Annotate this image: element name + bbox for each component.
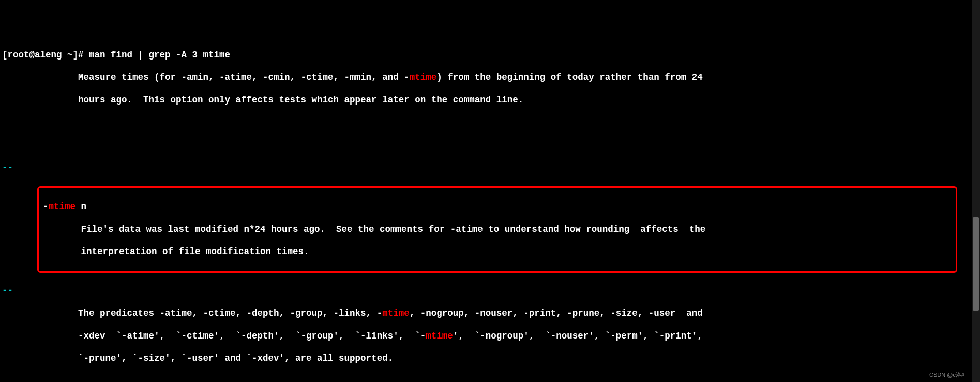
mtime-highlight: mtime (49, 201, 76, 212)
out-measure-1: Measure times (for -amin, -atime, -cmin,… (2, 72, 978, 83)
prompt-prefix: [root@aleng ~]# (2, 50, 89, 60)
blank (2, 117, 978, 129)
out-measure-2: hours ago. This option only affects test… (2, 95, 978, 106)
mtime-n-line: -mtime n (43, 201, 952, 213)
highlight-box-mtime-n: -mtime n File's data was last modified n… (37, 186, 957, 273)
grep-separator: -- (2, 163, 978, 174)
watermark-text: CSDN @c洛# (929, 372, 964, 379)
predicates-3: `-prune', `-size', `-user' and `-xdev', … (2, 353, 978, 364)
mtime-highlight: mtime (410, 72, 437, 82)
mtime-highlight: mtime (426, 331, 453, 341)
scrollbar-thumb[interactable] (973, 217, 979, 311)
predicates-2: -xdev `-atime', `-ctime', `-depth', `-gr… (2, 331, 978, 342)
predicates-1: The predicates -atime, -ctime, -depth, -… (2, 308, 978, 319)
scrollbar-vertical[interactable] (972, 0, 980, 382)
blank (2, 140, 978, 152)
mtime-desc-1: File's data was last modified n*24 hours… (43, 224, 952, 236)
blank (2, 376, 978, 382)
mtime-highlight: mtime (382, 308, 410, 318)
command-text: man find | grep -A 3 mtime (89, 50, 230, 60)
grep-separator: -- (2, 285, 978, 297)
mtime-desc-2: interpretation of file modification time… (43, 246, 952, 258)
prompt-line-1: [root@aleng ~]# man find | grep -A 3 mti… (2, 50, 978, 61)
